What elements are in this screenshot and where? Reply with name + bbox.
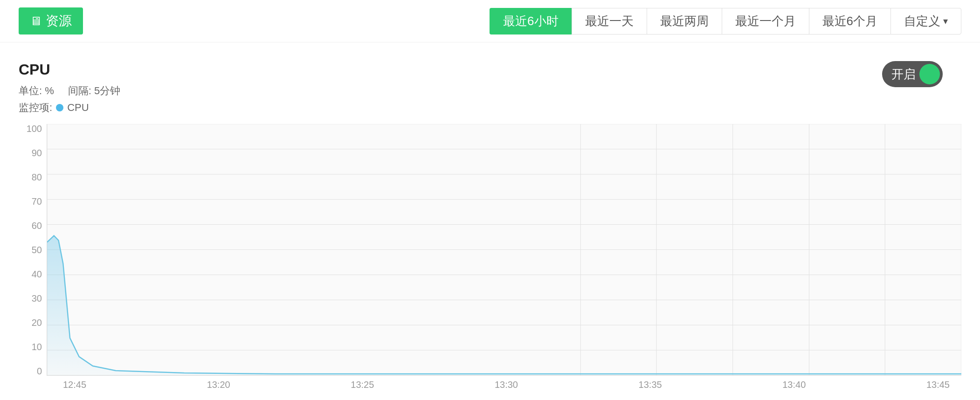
y-label-70: 70 — [32, 197, 42, 206]
time-btn-6h[interactable]: 最近6小时 — [490, 8, 571, 34]
y-label-40: 40 — [32, 269, 42, 279]
x-label-1320: 13:20 — [207, 379, 230, 390]
time-btn-1m[interactable]: 最近一个月 — [722, 8, 809, 34]
y-label-90: 90 — [32, 148, 42, 158]
time-btn-custom[interactable]: 自定义 ▾ — [890, 8, 961, 34]
y-label-60: 60 — [32, 221, 42, 230]
toggle-circle — [919, 64, 940, 84]
y-label-30: 30 — [32, 294, 42, 303]
toggle-combined[interactable]: 开启 — [882, 61, 943, 87]
x-label-1345: 13:45 — [926, 379, 950, 390]
chart-svg — [47, 124, 961, 375]
x-label-1245: 12:45 — [63, 379, 86, 390]
y-label-20: 20 — [32, 318, 42, 327]
y-label-80: 80 — [32, 172, 42, 182]
y-label-50: 50 — [32, 245, 42, 255]
y-axis: 0 10 20 30 40 50 60 70 80 90 100 — [19, 124, 47, 376]
chart-wrapper: 0 10 20 30 40 50 60 70 80 90 100 — [19, 124, 961, 394]
chevron-down-icon: ▾ — [943, 15, 948, 27]
chart-title: CPU — [19, 61, 961, 78]
x-axis: 12:45 13:20 13:25 13:30 13:35 13:40 13:4… — [47, 376, 961, 394]
chart-monitor: 监控项: CPU — [19, 101, 961, 115]
unit-label: 单位: % — [19, 84, 54, 98]
monitor-icon: 🖥 — [30, 14, 42, 28]
time-range-group: 最近6小时 最近一天 最近两周 最近一个月 最近6个月 自定义 ▾ — [490, 8, 961, 34]
content: 开启 CPU 单位: % 间隔: 5分钟 监控项: CPU 0 10 20 30… — [0, 42, 980, 400]
time-btn-6m[interactable]: 最近6个月 — [809, 8, 890, 34]
monitor-item-label: CPU — [67, 102, 89, 114]
header: 🖥 资源 最近6小时 最近一天 最近两周 最近一个月 最近6个月 自定义 ▾ — [0, 0, 980, 42]
chart-meta: 单位: % 间隔: 5分钟 — [19, 84, 961, 98]
time-btn-1d[interactable]: 最近一天 — [572, 8, 647, 34]
chart-area — [47, 124, 961, 376]
interval-label: 间隔: 5分钟 — [68, 84, 120, 98]
x-label-1330: 13:30 — [495, 379, 518, 390]
y-label-0: 0 — [37, 366, 42, 376]
toggle-area: 开启 — [882, 61, 943, 87]
x-label-1325: 13:25 — [351, 379, 374, 390]
svg-marker-18 — [47, 236, 961, 375]
resource-button-label: 资源 — [46, 12, 72, 30]
y-label-100: 100 — [27, 124, 42, 133]
toggle-label: 开启 — [891, 66, 916, 83]
time-btn-2w[interactable]: 最近两周 — [647, 8, 722, 34]
custom-label: 自定义 — [904, 13, 940, 29]
legend-dot-cpu — [56, 104, 63, 111]
y-label-10: 10 — [32, 342, 42, 352]
chart-section: 开启 CPU 单位: % 间隔: 5分钟 监控项: CPU 0 10 20 30… — [19, 61, 961, 394]
x-label-1335: 13:35 — [639, 379, 662, 390]
resource-button[interactable]: 🖥 资源 — [19, 7, 83, 34]
monitor-prefix: 监控项: — [19, 101, 52, 115]
x-label-1340: 13:40 — [782, 379, 806, 390]
